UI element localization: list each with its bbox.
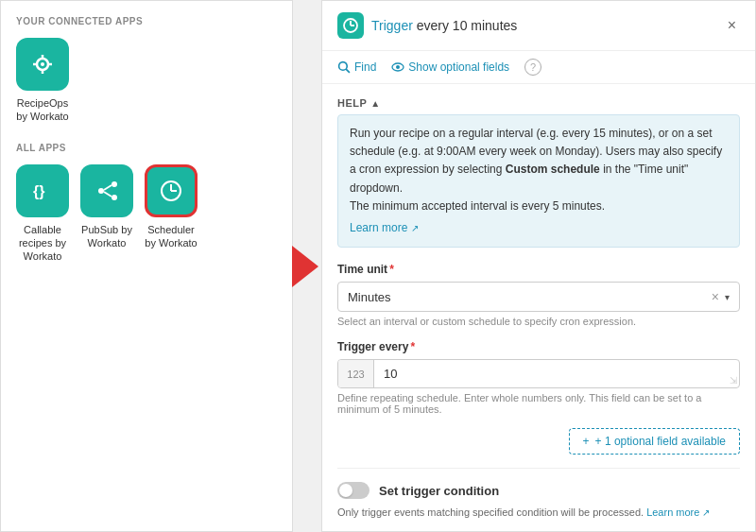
toggle-knob	[339, 484, 352, 497]
trigger-condition-desc: Only trigger events matching specified c…	[337, 505, 740, 521]
help-highlight: Custom schedule	[506, 163, 600, 176]
find-label: Find	[354, 60, 376, 74]
time-unit-hint: Select an interval or custom schedule to…	[337, 316, 740, 327]
connected-apps-section: YOUR CONNECTED APPS RecipeOpsby Workato	[16, 16, 277, 124]
svg-point-8	[112, 181, 117, 187]
help-section: HELP ▲ Run your recipe on a regular inte…	[337, 97, 740, 248]
trigger-learn-more-link[interactable]: Learn more	[646, 506, 699, 518]
svg-point-21	[396, 65, 400, 69]
trigger-condition-section: Set trigger condition Only trigger event…	[337, 482, 740, 521]
toolbar: Find Show optional fields ?	[322, 51, 755, 84]
optional-fields-label: Show optional fields	[408, 60, 509, 74]
help-label: HELP	[337, 97, 367, 109]
optional-field-button[interactable]: + + 1 optional field available	[569, 428, 740, 455]
time-unit-value: Minutes	[348, 290, 391, 304]
help-chevron-icon: ▲	[370, 98, 380, 109]
panel-header: Trigger every 10 minutes ×	[322, 1, 755, 51]
resize-handle-icon: ⇲	[728, 360, 739, 387]
panel-title-icon	[337, 12, 364, 39]
pubsub-icon	[80, 164, 133, 217]
search-icon	[337, 60, 351, 74]
chevron-down-icon: ▾	[725, 292, 730, 302]
all-apps-grid: {} Callablerecipes byWorkato PubSub by	[16, 164, 277, 264]
external-link-icon: ↗	[411, 223, 419, 233]
svg-line-11	[104, 192, 112, 197]
panel-content: HELP ▲ Run your recipe on a regular inte…	[322, 84, 755, 532]
trigger-condition-toggle[interactable]	[337, 482, 369, 499]
scheduler-icon	[145, 164, 198, 217]
optional-field-label: + 1 optional field available	[595, 435, 726, 448]
recipeops-icon	[16, 38, 69, 91]
app-pubsub[interactable]: PubSub byWorkato	[80, 164, 133, 264]
trigger-condition-label: Set trigger condition	[379, 484, 499, 498]
callable-icon: {}	[16, 164, 69, 217]
title-rest: every 10 minutes	[417, 18, 518, 33]
app-callable[interactable]: {} Callablerecipes byWorkato	[16, 164, 69, 264]
help-box: Run your recipe on a regular interval (e…	[337, 114, 740, 248]
help-text-3: The minimum accepted interval is every 5…	[350, 199, 605, 213]
eye-icon	[391, 60, 404, 74]
red-arrow	[292, 246, 318, 287]
time-unit-section: Time unit* Minutes × ▾ Select an interva…	[337, 263, 740, 327]
svg-line-19	[346, 69, 350, 73]
pubsub-name: PubSub byWorkato	[81, 223, 132, 250]
connected-apps-label: YOUR CONNECTED APPS	[16, 16, 277, 26]
optional-row: + + 1 optional field available	[337, 428, 740, 455]
trigger-every-label: Trigger every*	[337, 340, 740, 353]
time-unit-select[interactable]: Minutes × ▾	[337, 282, 740, 312]
app-scheduler[interactable]: Schedulerby Workato	[145, 164, 198, 264]
svg-point-1	[41, 62, 44, 66]
help-learn-more-link[interactable]: Learn more	[350, 219, 407, 237]
find-button[interactable]: Find	[337, 60, 376, 74]
trigger-every-input[interactable]	[374, 360, 728, 387]
trigger-every-section: Trigger every* 123 ⇲ Define repeating sc…	[337, 340, 740, 415]
close-button[interactable]: ×	[724, 13, 740, 38]
trigger-word: Trigger	[371, 18, 413, 33]
trigger-every-hint: Define repeating schedule. Enter whole n…	[337, 392, 740, 415]
toggle-row: Set trigger condition	[337, 482, 740, 499]
select-clear-icon[interactable]: ×	[712, 289, 719, 304]
plus-icon: +	[583, 435, 590, 448]
show-optional-fields-button[interactable]: Show optional fields	[391, 60, 509, 74]
input-type-badge: 123	[338, 360, 374, 387]
trigger-condition-text: Only trigger events matching specified c…	[337, 506, 644, 518]
left-panel: YOUR CONNECTED APPS RecipeOpsby Workato	[0, 0, 293, 532]
svg-text:{}: {}	[33, 183, 44, 199]
time-unit-label: Time unit*	[337, 263, 740, 276]
time-unit-required: *	[389, 263, 394, 276]
select-controls: × ▾	[712, 289, 730, 304]
trigger-every-input-row: 123 ⇲	[337, 359, 740, 388]
trigger-every-required: *	[410, 340, 415, 353]
recipeops-name: RecipeOpsby Workato	[16, 96, 68, 124]
trigger-external-link-icon: ↗	[702, 507, 710, 518]
divider	[337, 468, 740, 469]
connected-apps-grid: RecipeOpsby Workato	[16, 38, 277, 124]
panel-title-row: Trigger every 10 minutes	[337, 12, 517, 39]
app-recipeops[interactable]: RecipeOpsby Workato	[16, 38, 69, 124]
scheduler-name: Schedulerby Workato	[145, 223, 197, 250]
svg-line-10	[104, 185, 112, 190]
svg-point-9	[112, 195, 117, 200]
panel-title-text: Trigger every 10 minutes	[371, 18, 517, 33]
help-icon[interactable]: ?	[524, 59, 541, 76]
arrow-container	[292, 246, 318, 287]
svg-point-18	[339, 62, 348, 71]
all-apps-section: ALL APPS {} Callablerecipes byWorkato	[16, 143, 277, 264]
svg-point-7	[98, 188, 104, 194]
time-unit-label-text: Time unit	[337, 263, 387, 276]
right-panel: Trigger every 10 minutes × Find Show opt…	[321, 0, 756, 532]
callable-name: Callablerecipes byWorkato	[19, 223, 66, 264]
help-header: HELP ▲	[337, 97, 740, 109]
all-apps-label: ALL APPS	[16, 143, 277, 153]
trigger-every-label-text: Trigger every	[337, 340, 408, 353]
